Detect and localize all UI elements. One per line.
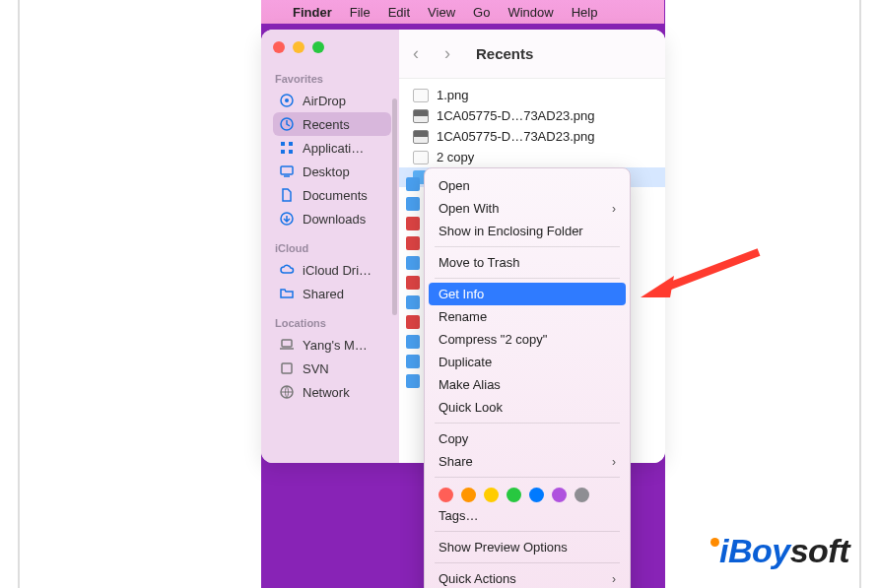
minimize-button[interactable] bbox=[293, 41, 304, 53]
menu-help[interactable]: Help bbox=[572, 5, 598, 20]
download-icon bbox=[279, 211, 295, 227]
logo-text: i bbox=[719, 532, 728, 570]
tag-blue[interactable] bbox=[529, 488, 544, 502]
file-name: 1CA05775-D…73AD23.png bbox=[437, 108, 594, 123]
svg-rect-5 bbox=[281, 150, 285, 154]
file-icon bbox=[413, 109, 429, 123]
ctx-open-with[interactable]: Open With› bbox=[425, 197, 630, 220]
ctx-quick-look[interactable]: Quick Look bbox=[425, 396, 630, 419]
menu-go[interactable]: Go bbox=[473, 5, 490, 20]
sidebar-item-downloads[interactable]: Downloads bbox=[273, 207, 391, 230]
separator bbox=[435, 246, 620, 247]
sidebar-item-applications[interactable]: Applicati… bbox=[273, 136, 391, 160]
separator bbox=[435, 477, 620, 478]
svg-rect-3 bbox=[281, 142, 285, 146]
file-row[interactable]: 1CA05775-D…73AD23.png bbox=[399, 126, 665, 147]
sidebar-section-favorites: Favorites bbox=[275, 73, 391, 85]
cloud-icon bbox=[279, 262, 295, 278]
ctx-get-info[interactable]: Get Info bbox=[429, 283, 626, 305]
toolbar: ‹ › Recents bbox=[399, 30, 665, 79]
file-name: 2 copy bbox=[437, 150, 474, 164]
nav-back-button[interactable]: ‹ bbox=[413, 43, 431, 64]
sidebar-item-label: Documents bbox=[303, 188, 368, 203]
sidebar-item-label: Yang's M… bbox=[303, 338, 368, 353]
svg-point-1 bbox=[285, 98, 289, 102]
ctx-show-preview-options[interactable]: Show Preview Options bbox=[425, 536, 630, 558]
airdrop-icon bbox=[279, 93, 295, 108]
sidebar-item-label: Network bbox=[303, 385, 350, 400]
sidebar-item-label: SVN bbox=[303, 361, 329, 376]
tag-red[interactable] bbox=[439, 488, 453, 502]
sidebar-item-airdrop[interactable]: AirDrop bbox=[273, 89, 391, 112]
sidebar-item-label: Recents bbox=[303, 117, 350, 132]
window-controls bbox=[273, 41, 391, 53]
file-icon bbox=[413, 89, 429, 102]
file-icon bbox=[413, 130, 429, 144]
chevron-right-icon: › bbox=[612, 455, 616, 469]
ctx-tags[interactable]: Tags… bbox=[425, 504, 630, 527]
chevron-right-icon: › bbox=[612, 572, 616, 586]
window-title: Recents bbox=[476, 45, 533, 62]
folder-icon bbox=[279, 286, 295, 301]
ctx-compress[interactable]: Compress "2 copy" bbox=[425, 328, 630, 351]
tag-gray[interactable] bbox=[575, 488, 589, 502]
ctx-quick-actions[interactable]: Quick Actions› bbox=[425, 567, 630, 588]
ctx-show-in-enclosing[interactable]: Show in Enclosing Folder bbox=[425, 220, 630, 242]
sidebar-item-documents[interactable]: Documents bbox=[273, 183, 391, 207]
sidebar-item-label: iCloud Dri… bbox=[303, 263, 372, 278]
fullscreen-button[interactable] bbox=[312, 41, 324, 53]
sidebar-item-icloud-drive[interactable]: iCloud Dri… bbox=[273, 258, 391, 282]
obscured-file-icons bbox=[404, 173, 422, 429]
svg-rect-10 bbox=[282, 363, 292, 373]
tag-yellow[interactable] bbox=[484, 488, 499, 502]
sidebar-scrollbar[interactable] bbox=[392, 98, 397, 315]
sidebar-section-locations: Locations bbox=[275, 317, 391, 329]
ctx-open[interactable]: Open bbox=[425, 174, 630, 197]
ctx-duplicate[interactable]: Duplicate bbox=[425, 351, 630, 373]
sidebar-item-shared[interactable]: Shared bbox=[273, 282, 391, 305]
ctx-copy[interactable]: Copy bbox=[425, 427, 630, 450]
sidebar-item-label: Downloads bbox=[303, 212, 366, 227]
ctx-tag-colors bbox=[425, 482, 630, 504]
app-menu[interactable]: Finder bbox=[293, 5, 332, 20]
close-button[interactable] bbox=[273, 41, 285, 53]
nav-forward-button[interactable]: › bbox=[444, 43, 462, 64]
sidebar-item-desktop[interactable]: Desktop bbox=[273, 160, 391, 183]
menu-bar: Finder File Edit View Go Window Help bbox=[261, 0, 664, 24]
separator bbox=[435, 531, 620, 532]
logo-text: Boy bbox=[728, 532, 790, 570]
context-menu: Open Open With› Show in Enclosing Folder… bbox=[424, 167, 631, 588]
menu-view[interactable]: View bbox=[428, 5, 455, 20]
separator bbox=[435, 278, 620, 279]
chevron-right-icon: › bbox=[612, 202, 616, 216]
clock-icon bbox=[279, 116, 295, 132]
menu-window[interactable]: Window bbox=[507, 5, 553, 20]
file-name: 1CA05775-D…73AD23.png bbox=[437, 129, 594, 144]
sidebar-item-label: Applicati… bbox=[303, 141, 364, 156]
separator bbox=[435, 562, 620, 563]
sidebar-item-label: AirDrop bbox=[303, 94, 346, 108]
laptop-icon bbox=[279, 337, 295, 353]
ctx-make-alias[interactable]: Make Alias bbox=[425, 373, 630, 396]
tag-purple[interactable] bbox=[552, 488, 567, 502]
file-row[interactable]: 1CA05775-D…73AD23.png bbox=[399, 105, 665, 126]
ctx-share[interactable]: Share› bbox=[425, 450, 630, 473]
sidebar-item-recents[interactable]: Recents bbox=[273, 112, 391, 136]
ctx-rename[interactable]: Rename bbox=[425, 305, 630, 328]
file-icon bbox=[413, 151, 429, 164]
tag-green[interactable] bbox=[507, 488, 521, 502]
sidebar-item-this-mac[interactable]: Yang's M… bbox=[273, 333, 391, 357]
logo-text: soft bbox=[790, 532, 849, 570]
ctx-move-to-trash[interactable]: Move to Trash bbox=[425, 251, 630, 274]
globe-icon bbox=[279, 384, 295, 400]
apps-icon bbox=[279, 140, 295, 156]
sidebar-item-svn[interactable]: SVN bbox=[273, 357, 391, 380]
sidebar-item-network[interactable]: Network bbox=[273, 380, 391, 404]
sidebar: Favorites AirDrop Recents Applicati… Des… bbox=[261, 30, 399, 463]
menu-file[interactable]: File bbox=[350, 5, 371, 20]
tag-orange[interactable] bbox=[461, 488, 476, 502]
file-row[interactable]: 2 copy bbox=[399, 147, 665, 167]
file-row[interactable]: 1.png bbox=[399, 85, 665, 105]
logo-dot-icon bbox=[710, 538, 719, 547]
menu-edit[interactable]: Edit bbox=[388, 5, 410, 20]
